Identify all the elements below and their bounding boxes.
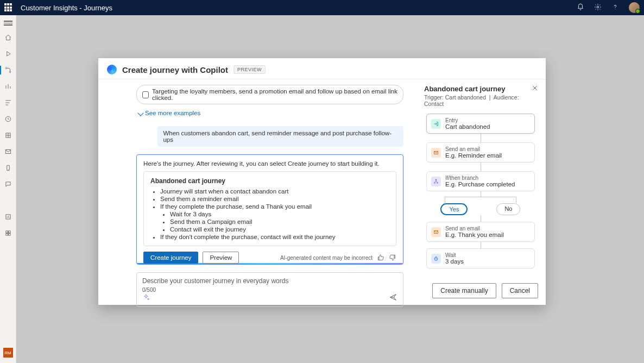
step-entry[interactable]: Entry Cart abandoned (426, 114, 535, 134)
svg-rect-6 (5, 150, 10, 154)
entry-icon (431, 119, 441, 129)
hamburger-icon[interactable] (4, 20, 12, 26)
nav-analytics[interactable] (0, 82, 16, 91)
step-email-reminder[interactable]: Send an email E.g. Reminder email (426, 142, 535, 162)
email-icon (431, 148, 441, 158)
svg-point-1 (615, 9, 616, 9)
journey-flow: Entry Cart abandoned Send an email E.g. … (424, 114, 537, 268)
plan-step: If they complete the purchase, send a Th… (160, 203, 389, 233)
svg-rect-12 (8, 234, 10, 236)
see-more-examples-link[interactable]: See more examples (138, 110, 403, 116)
user-avatar[interactable] (629, 2, 640, 13)
step-wait[interactable]: Wait 3 days (426, 248, 535, 268)
dialog-right-panel: Abandoned cart journey Trigger: Cart aba… (415, 79, 546, 278)
step-value: Cart abandoned (445, 123, 530, 130)
create-journey-button[interactable]: Create journey (143, 252, 198, 264)
suggestion-chip[interactable]: Targeting the loyalty members, send a pr… (136, 85, 403, 104)
svg-point-3 (9, 71, 10, 72)
thumbs-down-icon[interactable] (389, 254, 396, 261)
user-message: When customers abandon cart, send remind… (157, 126, 403, 147)
nav-triggers[interactable] (0, 98, 16, 108)
svg-point-2 (5, 67, 7, 68)
preview-subtitle: Trigger: Cart abandoned | Audience: Cont… (424, 94, 537, 107)
step-email-thankyou[interactable]: Send an email E.g. Thank you email (426, 222, 535, 242)
branch-no[interactable]: No (496, 203, 520, 215)
nav-home[interactable] (0, 33, 16, 42)
step-value: E.g. Reminder email (445, 152, 530, 159)
dialog-footer: Create manually Cancel (98, 278, 546, 305)
plan-step: Journey will start when a contact abando… (160, 188, 389, 195)
svg-rect-9 (5, 231, 7, 233)
chevron-down-icon (137, 110, 143, 116)
preview-title: Abandoned cart journey (424, 85, 537, 93)
create-manually-button[interactable]: Create manually (432, 283, 496, 298)
persona-badge: RM (3, 348, 13, 358)
thumbs-up-icon[interactable] (377, 254, 384, 261)
gear-icon[interactable] (594, 3, 602, 12)
suggestion-text: Targeting the loyalty members, send a pr… (152, 88, 397, 101)
copilot-logo-icon (107, 65, 117, 74)
nav-recent[interactable] (0, 49, 16, 59)
dialog-left-panel: Targeting the loyalty members, send a pr… (98, 79, 415, 278)
plan-step: Send them a reminder email (160, 196, 389, 202)
nav-mobile[interactable] (0, 163, 16, 173)
branch-options: Yes No (426, 203, 535, 215)
step-label: Send an email (445, 146, 530, 152)
dialog-title: Create journey with Copilot (122, 65, 228, 74)
cancel-button[interactable]: Cancel (502, 283, 538, 298)
step-label: Wait (445, 252, 530, 258)
dialog-header: Create journey with Copilot PREVIEW (98, 58, 546, 79)
wait-icon (431, 254, 441, 264)
plan-step: If they don't complete the purchase, con… (160, 234, 389, 240)
plan-substep: Contact will exit the journey (170, 226, 389, 233)
step-label: Entry (445, 117, 530, 123)
journey-plan: Abandoned cart journey Journey will star… (143, 171, 396, 246)
nav-history[interactable] (0, 114, 16, 124)
nav-assets[interactable] (0, 130, 16, 140)
nav-journeys[interactable] (0, 65, 16, 75)
branch-icon (431, 177, 441, 186)
app-title: Customer Insights - Journeys (21, 4, 112, 12)
persona-switcher[interactable]: RM (3, 348, 13, 358)
step-value: E.g. Thank you email (445, 231, 530, 238)
nav-reports[interactable] (0, 212, 16, 222)
help-icon[interactable] (611, 3, 619, 12)
email-icon (431, 227, 441, 237)
plan-substep: Send them a Campaign email (170, 218, 389, 225)
plan-steps: Journey will start when a contact abando… (150, 188, 389, 240)
copilot-response-card: Here's the journey. After reviewing it, … (136, 154, 403, 265)
plan-title: Abandoned cart journey (150, 177, 389, 185)
step-branch[interactable]: If/then branch E.g. Purchase completed (426, 171, 535, 191)
bell-icon[interactable] (577, 3, 584, 12)
step-label: If/then branch (445, 175, 530, 181)
response-actions: Create journey Preview AI-generated cont… (143, 252, 396, 264)
ai-disclaimer: AI-generated content may be incorrect (280, 255, 372, 261)
preview-badge: PREVIEW (233, 65, 266, 74)
top-bar: Customer Insights - Journeys (0, 0, 644, 15)
svg-rect-8 (5, 215, 10, 219)
branch-yes[interactable]: Yes (440, 203, 468, 215)
step-value: 3 days (445, 258, 530, 265)
svg-point-15 (434, 182, 435, 183)
close-icon[interactable] (532, 85, 538, 93)
step-value: E.g. Purchase completed (445, 181, 530, 187)
preview-button[interactable]: Preview (203, 252, 239, 264)
nav-email[interactable] (0, 147, 16, 157)
svg-point-16 (437, 182, 438, 183)
plan-substep: Wait for 3 days (170, 211, 389, 217)
svg-rect-11 (5, 234, 7, 236)
nav-chat[interactable] (0, 179, 16, 189)
target-icon (142, 91, 149, 98)
nav-settings[interactable] (0, 228, 16, 238)
app-launcher-icon[interactable] (4, 3, 13, 12)
left-rail: RM (0, 15, 16, 363)
step-label: Send an email (445, 226, 530, 231)
svg-rect-10 (8, 231, 10, 233)
copilot-dialog: Create journey with Copilot PREVIEW Targ… (98, 58, 546, 305)
see-more-label: See more examples (145, 110, 200, 116)
svg-point-0 (597, 6, 599, 8)
response-intro: Here's the journey. After reviewing it, … (143, 160, 396, 167)
